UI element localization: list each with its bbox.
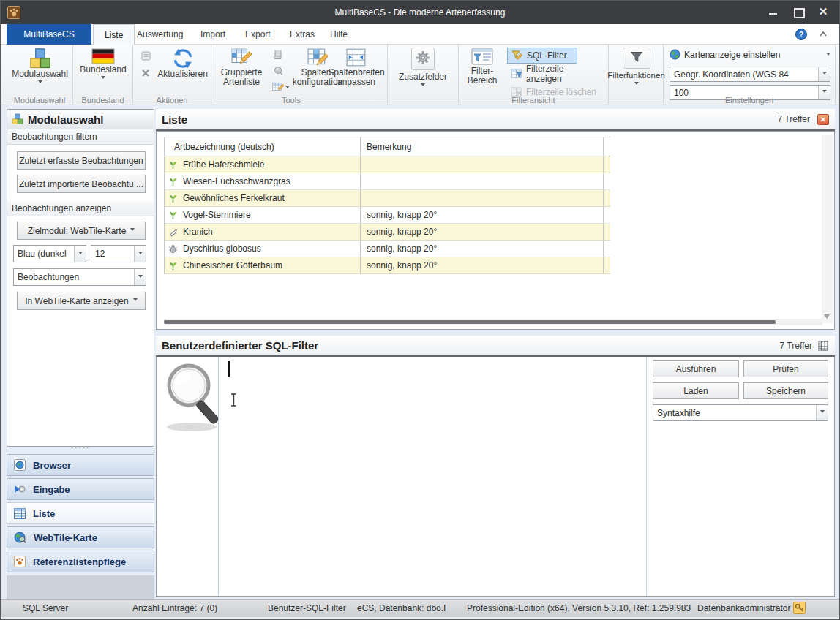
koordinaten-value: Geogr. Koordinaten (WGS 84	[670, 69, 818, 80]
pin-button[interactable]	[270, 64, 286, 78]
result-grid-icon[interactable]	[818, 341, 828, 351]
table-row[interactable]: Vogel-Sternmiere sonnig, knapp 20°	[165, 207, 610, 224]
combo-dropdown-button[interactable]	[134, 269, 146, 285]
filterfunktionen-button[interactable]: Filterfunktionen	[609, 48, 664, 87]
bundesland-button[interactable]: Bundesland	[73, 48, 133, 81]
collapse-ribbon-icon[interactable]	[819, 31, 828, 37]
modulauswahl-button[interactable]: Modulauswahl	[7, 48, 73, 86]
sql-filter-toggle[interactable]: SQL-Filter	[507, 48, 577, 64]
sql-editor-area[interactable]	[157, 357, 647, 597]
zuletzt-importierte-button[interactable]: Zuletzt importierte Beobachtu ...	[17, 175, 146, 193]
table-row[interactable]: Kranich sonnig, knapp 20°	[165, 224, 610, 241]
help-icon[interactable]: ?	[795, 29, 807, 40]
horizontal-scrollbar[interactable]	[164, 319, 822, 325]
minimize-button[interactable]	[768, 7, 779, 17]
key-icon[interactable]	[793, 602, 806, 614]
bundesland-button-label: Bundesland	[80, 65, 126, 75]
vertical-scrollbar[interactable]	[822, 135, 833, 323]
german-flag-icon	[91, 48, 115, 65]
speichern-button[interactable]: Speichern	[743, 382, 828, 399]
tab-multibasecs[interactable]: MultiBaseCS	[7, 24, 91, 45]
cancel-button[interactable]	[138, 66, 154, 80]
farbe-combobox[interactable]: Blau (dunkel	[13, 245, 86, 262]
sidebar-splitter[interactable]: ·····	[7, 445, 154, 453]
aktualisieren-button[interactable]: Aktualisieren	[154, 48, 211, 79]
species-bemerkung: sonnig, knapp 20°	[367, 227, 437, 237]
spaltenbreiten-button[interactable]: Spaltenbreiten anpassen	[326, 48, 387, 87]
spaltenbreiten-label: Spaltenbreiten anpassen	[326, 68, 387, 87]
window-title: MultiBaseCS - Die moderne Artenerfassung	[1, 7, 839, 18]
horizontal-scrollbar-thumb[interactable]	[164, 320, 776, 324]
sidebar-item-label: Referenzlistenpflege	[33, 556, 126, 567]
sql-panel-header: Benutzerdefinierter SQL-Filter 7 Treffer	[156, 336, 835, 357]
filterzeile-anzeigen-label: Filterzeile anzeigen	[526, 64, 601, 84]
table-edit-dropdown-button[interactable]	[270, 80, 292, 95]
combo-dropdown-button[interactable]	[134, 246, 146, 262]
scroll-down-arrow-icon[interactable]	[824, 314, 830, 322]
zielmodul-dropdown[interactable]: Zielmodul: WebTile-Karte	[17, 222, 146, 240]
ausfuehren-button[interactable]: Ausführen	[653, 360, 739, 377]
kartenanzeige-dropdown[interactable]: Kartenanzeige einstellen	[670, 49, 830, 60]
sidebar-item-browser[interactable]: Browser	[7, 454, 154, 476]
list-table-icon	[14, 508, 26, 519]
chevron-down-icon	[826, 53, 830, 58]
close-panel-icon[interactable]: ✕	[817, 114, 829, 125]
gruppierte-artenliste-button[interactable]: Gruppierte Artenliste	[214, 48, 269, 87]
group-label-einstellungen: Einstellungen	[664, 96, 835, 105]
table-row[interactable]: Gewöhnliches Ferkelkraut	[165, 190, 610, 207]
syntaxhilfe-combobox[interactable]: Syntaxhilfe	[653, 404, 828, 421]
close-button[interactable]: ✕	[817, 7, 829, 17]
typ-combobox[interactable]: Beobachtungen	[13, 268, 146, 286]
zusatzfelder-button[interactable]: Zusatzfelder	[394, 48, 452, 88]
species-bemerkung: sonnig, knapp 20°	[367, 260, 437, 271]
report-button[interactable]	[270, 47, 286, 61]
anzeigen-value: In WebTile-Karte anzeigen	[25, 296, 128, 306]
tab-import[interactable]: Import	[190, 24, 236, 45]
column-header-bemerkung[interactable]: Bemerkung	[361, 137, 604, 156]
sidebar-item-liste[interactable]: Liste	[7, 502, 154, 524]
tab-auswertung[interactable]: Auswertung	[126, 24, 194, 45]
koordinaten-combobox[interactable]: Geogr. Koordinaten (WGS 84	[670, 67, 830, 82]
section-beobachtungen-filtern: Beobachtungen filtern	[7, 129, 154, 145]
chevron-down-icon	[138, 252, 143, 257]
filterbereich-button[interactable]: Filter-Bereich	[462, 48, 503, 86]
filterzeile-anzeigen-button[interactable]: Filterzeile anzeigen	[507, 66, 605, 82]
ribbon-group-filterfunktionen: Filterfunktionen	[609, 45, 664, 105]
sidebar-item-eingabe[interactable]: Eingabe	[7, 478, 154, 500]
sidebar-item-referenzlistenpflege[interactable]: Referenzlistenpflege	[7, 551, 154, 572]
typ-value: Beobachtungen	[14, 272, 134, 282]
plant-icon	[168, 194, 178, 203]
tab-hilfe[interactable]: Hilfe	[319, 24, 359, 45]
combo-dropdown-button[interactable]	[816, 405, 828, 420]
column-header-artbezeichnung[interactable]: Artbezeichnung (deutsch)	[165, 137, 361, 156]
modulauswahl-button-label: Modulauswahl	[12, 69, 68, 79]
groesse-combobox[interactable]: 12	[91, 245, 146, 262]
plant-icon	[168, 211, 178, 220]
combo-dropdown-button[interactable]	[818, 67, 830, 81]
sidebar-item-webtile-karte[interactable]: WebTile-Karte	[7, 526, 154, 548]
editor-panel-divider	[646, 357, 647, 596]
combo-dropdown-button[interactable]	[74, 246, 86, 262]
table-row[interactable]: Wiesen-Fuchsschwanzgras	[165, 173, 610, 190]
tab-export[interactable]: Export	[234, 24, 282, 45]
filterbereich-label: Filter-Bereich	[462, 67, 503, 86]
anzeigen-dropdown[interactable]: In WebTile-Karte anzeigen	[17, 292, 146, 310]
zuletzt-erfasste-button[interactable]: Zuletzt erfasste Beobachtungen	[17, 151, 146, 170]
restore-button[interactable]	[792, 7, 804, 17]
pruefen-button[interactable]: Prüfen	[743, 360, 828, 377]
browser-globe-icon	[14, 459, 26, 471]
zielmodul-value: Zielmodul: WebTile-Karte	[28, 226, 127, 236]
table-row[interactable]: Dyschirius globosus sonnig, knapp 20°	[165, 241, 610, 257]
title-bar: MultiBaseCS - Die moderne Artenerfassung…	[1, 1, 839, 24]
input-arrow-icon	[14, 484, 26, 494]
paste-button[interactable]	[138, 48, 154, 63]
plant-icon	[168, 160, 178, 170]
ribbon: Modulauswahl Modulauswahl Bundesland Bun…	[1, 45, 839, 105]
sidebar-item-label: Eingabe	[33, 484, 70, 495]
column-width-icon	[346, 48, 367, 68]
table-row[interactable]: Chinesischer Götterbaum sonnig, knapp 20…	[165, 257, 610, 274]
paw-icon	[14, 556, 26, 567]
status-server: SQL Server	[23, 603, 68, 613]
table-row[interactable]: Frühe Haferschmiele	[165, 156, 610, 173]
laden-button[interactable]: Laden	[653, 382, 739, 399]
